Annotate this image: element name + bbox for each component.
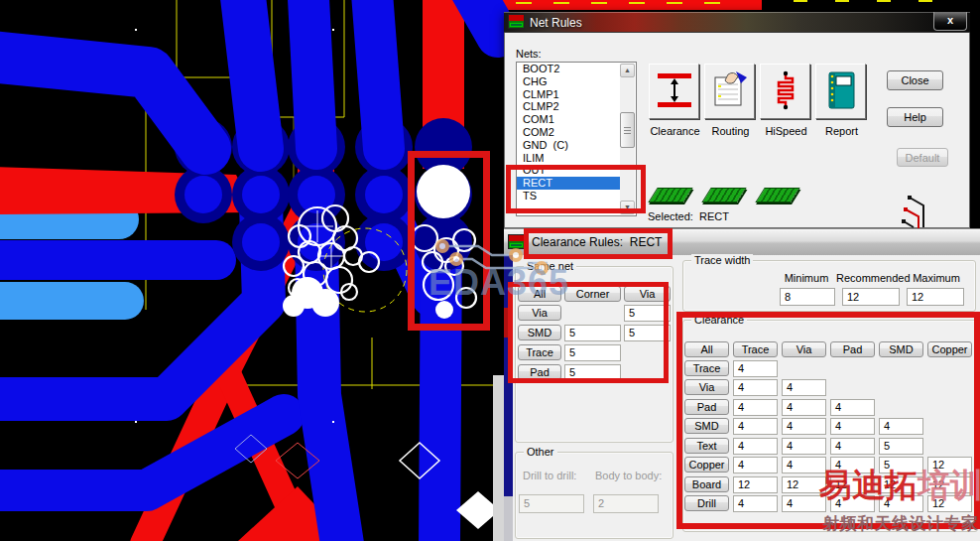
- recommended-field[interactable]: 12: [842, 288, 900, 306]
- matrix-value-cell[interactable]: 4: [782, 379, 826, 396]
- hispeed-button[interactable]: [760, 64, 810, 119]
- matrix-value-cell[interactable]: 5: [564, 364, 621, 381]
- scrollbar-thumb[interactable]: [620, 112, 635, 148]
- matrix-header-via-button[interactable]: Via: [624, 286, 671, 302]
- close-window-button[interactable]: x: [933, 12, 967, 31]
- matrix-row-via-button[interactable]: Via: [518, 305, 561, 321]
- matrix-value-cell[interactable]: 4: [830, 495, 875, 512]
- matrix-header-corner-button[interactable]: Corner: [564, 286, 621, 302]
- scroll-up-icon[interactable]: ▲: [620, 64, 635, 77]
- clearance-rules-titlebar[interactable]: Clearance Rules: RECT: [504, 228, 980, 255]
- drill-to-drill-field[interactable]: 5: [519, 494, 584, 513]
- drill-to-drill-label: Drill to drill:: [523, 470, 576, 481]
- pcb-chip-icon: [755, 188, 799, 203]
- help-button[interactable]: Help: [887, 107, 943, 127]
- matrix-value-cell[interactable]: 12: [782, 476, 826, 493]
- net-item[interactable]: OUT: [517, 164, 620, 177]
- nets-list[interactable]: ▲ ▼ BOOT2CHGCLMP1CLMP2COM1COM2GND (C)ILI…: [516, 62, 637, 216]
- matrix-value-cell[interactable]: 4: [782, 399, 826, 416]
- matrix-row-drill-button[interactable]: Drill: [684, 495, 729, 511]
- matrix-value-cell[interactable]: 12: [927, 457, 972, 473]
- default-button[interactable]: Default: [897, 148, 948, 167]
- net-rules-title: Net Rules: [530, 16, 582, 30]
- maximum-field[interactable]: 12: [907, 288, 964, 306]
- matrix-value-cell[interactable]: 4: [830, 457, 875, 473]
- same-net-matrix: AllCornerViaVia5SMD55Trace5Pad5: [518, 286, 671, 384]
- matrix-row-pad-button[interactable]: Pad: [518, 364, 561, 380]
- window-frame: [504, 255, 513, 541]
- matrix-value-cell[interactable]: 5: [624, 325, 671, 341]
- matrix-value-cell[interactable]: 4: [733, 457, 778, 473]
- matrix-value-cell[interactable]: 4: [733, 438, 778, 455]
- matrix-header-pad-button[interactable]: Pad: [830, 341, 875, 357]
- matrix-value-cell[interactable]: 12: [733, 476, 778, 493]
- net-item[interactable]: CHG: [517, 75, 620, 88]
- tool-button-label: Clearance: [649, 125, 701, 137]
- matrix-value-cell[interactable]: 4: [782, 495, 826, 512]
- report-icon: [821, 68, 861, 114]
- net-item[interactable]: COM2: [517, 126, 620, 139]
- matrix-header-all-button[interactable]: All: [518, 286, 561, 302]
- body-to-body-field[interactable]: 2: [593, 494, 659, 513]
- matrix-value-cell[interactable]: 12: [830, 476, 875, 493]
- matrix-value-cell[interactable]: 4: [782, 418, 826, 435]
- matrix-value-cell[interactable]: 4: [782, 457, 826, 473]
- nets-scrollbar[interactable]: ▲ ▼: [620, 64, 635, 214]
- matrix-value-cell[interactable]: 12: [927, 495, 972, 512]
- matrix-row-via-button[interactable]: Via: [684, 379, 729, 395]
- matrix-row-copper-button[interactable]: Copper: [684, 457, 729, 473]
- matrix-value-cell[interactable]: 5: [879, 457, 923, 473]
- matrix-row-trace-button[interactable]: Trace: [684, 360, 729, 376]
- net-item[interactable]: ILIM: [517, 152, 620, 165]
- minimum-field[interactable]: 8: [780, 288, 835, 306]
- matrix-value-cell[interactable]: 12: [879, 476, 923, 493]
- net-item[interactable]: BOOT2: [517, 63, 620, 75]
- matrix-value-cell[interactable]: 4: [733, 399, 778, 416]
- net-item[interactable]: GND (C): [517, 139, 620, 152]
- pcb-chip-icon: [648, 188, 692, 203]
- report-button[interactable]: [815, 64, 866, 119]
- matrix-header-via-button[interactable]: Via: [782, 341, 826, 357]
- close-button[interactable]: Close: [887, 70, 943, 90]
- net-item[interactable]: CLMP1: [517, 88, 620, 101]
- matrix-value-cell[interactable]: 4: [733, 495, 778, 512]
- net-item[interactable]: RECT: [517, 177, 620, 190]
- net-item[interactable]: TS: [517, 190, 620, 203]
- matrix-row-board-button[interactable]: Board: [684, 476, 729, 492]
- matrix-value-cell[interactable]: 5: [564, 344, 621, 361]
- matrix-value-cell[interactable]: 12: [927, 476, 972, 493]
- matrix-value-cell[interactable]: 5: [879, 438, 923, 455]
- matrix-header-trace-button[interactable]: Trace: [733, 341, 778, 357]
- matrix-value-cell[interactable]: 4: [879, 495, 923, 512]
- matrix-value-cell[interactable]: 4: [733, 379, 778, 396]
- net-rules-titlebar[interactable]: Net Rules x: [504, 12, 970, 33]
- matrix-value-cell[interactable]: 4: [830, 399, 875, 416]
- routing-button[interactable]: [704, 64, 755, 119]
- matrix-row-pad-button[interactable]: Pad: [684, 399, 729, 415]
- matrix-header-smd-button[interactable]: SMD: [879, 341, 923, 357]
- scroll-down-icon[interactable]: ▼: [620, 201, 635, 214]
- matrix-value-cell[interactable]: 4: [879, 418, 923, 435]
- matrix-header-copper-button[interactable]: Copper: [927, 341, 972, 357]
- net-item[interactable]: CLMP2: [517, 100, 620, 113]
- screen: Net Rules x Nets: ▲ ▼ BOOT2CHGCLMP1CLMP2…: [0, 0, 980, 541]
- matrix-value-cell[interactable]: 4: [830, 418, 875, 435]
- matrix-value-cell[interactable]: 4: [733, 418, 778, 435]
- matrix-row-text-button[interactable]: Text: [684, 438, 729, 454]
- matrix-value-cell[interactable]: 5: [624, 305, 671, 322]
- clearance-legend: Clearance: [691, 314, 747, 326]
- matrix-value-cell[interactable]: 4: [830, 438, 875, 455]
- matrix-value-cell[interactable]: 4: [782, 438, 826, 455]
- matrix-value-cell[interactable]: 4: [733, 360, 778, 377]
- selected-net-value: RECT: [699, 210, 729, 222]
- matrix-row-smd-button[interactable]: SMD: [684, 418, 729, 434]
- matrix-empty-cell: [564, 305, 621, 322]
- matrix-row-smd-button[interactable]: SMD: [518, 325, 561, 340]
- matrix-header-all-button[interactable]: All: [684, 341, 729, 357]
- matrix-value-cell[interactable]: 5: [564, 325, 621, 341]
- net-item[interactable]: COM1: [517, 113, 620, 126]
- pads-app-icon: [508, 14, 525, 29]
- clearance-button[interactable]: [649, 64, 699, 119]
- routing-icon: [710, 68, 750, 114]
- matrix-row-trace-button[interactable]: Trace: [518, 344, 561, 360]
